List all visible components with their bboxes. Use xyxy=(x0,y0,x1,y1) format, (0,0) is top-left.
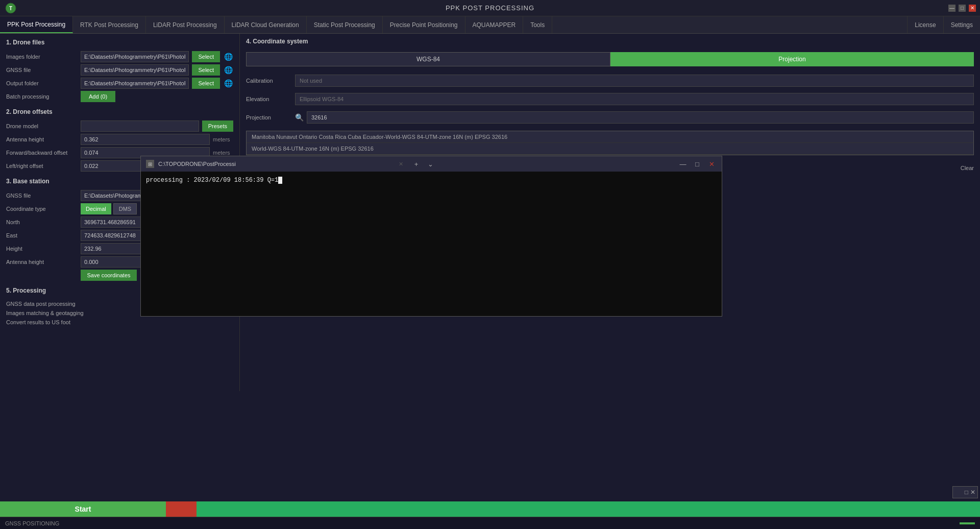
tab-lidar[interactable]: LiDAR Post Processing xyxy=(146,16,225,33)
projection-dropdown: Manitoba Nunavut Ontario Costa Rica Cuba… xyxy=(246,131,974,155)
status-right-label xyxy=(960,522,975,524)
calibration-label: Calibration xyxy=(246,78,292,84)
terminal-tab-title: C:\TOPODRONE\PostProcessi xyxy=(158,161,393,167)
drone-model-input[interactable] xyxy=(81,121,199,132)
wgs84-button[interactable]: WGS-84 xyxy=(246,52,610,66)
presets-button[interactable]: Presets xyxy=(202,121,233,132)
svg-text:T: T xyxy=(9,6,12,11)
search-icon[interactable]: 🔍 xyxy=(295,113,304,122)
projection-input[interactable] xyxy=(307,111,974,124)
images-folder-select-button[interactable]: Select xyxy=(192,51,220,62)
terminal-title-bar: ⊞ C:\TOPODRONE\PostProcessi ✕ + ⌄ — □ ✕ xyxy=(141,156,722,172)
minimize-button[interactable]: — xyxy=(948,5,955,12)
add-batch-button[interactable]: Add (0) xyxy=(81,91,115,102)
elevation-label: Elevation xyxy=(246,96,292,102)
save-coordinates-button[interactable]: Save coordinates xyxy=(81,270,137,281)
bottom-bar: Start xyxy=(0,501,980,517)
app-logo: T xyxy=(5,3,16,14)
terminal-maximize-button[interactable]: □ xyxy=(692,159,702,169)
decimal-button[interactable]: Decimal xyxy=(81,203,111,214)
section1-title: 1. Drone files xyxy=(6,39,233,47)
status-gnss-label: GNSS POSITIONING xyxy=(5,520,59,526)
forward-offset-label: Forward/backward offset xyxy=(6,150,78,156)
mini-popup-maximize[interactable]: □ xyxy=(965,489,968,496)
projection-field-label: Projection xyxy=(246,114,292,121)
gnss-file-select-button[interactable]: Select xyxy=(192,64,220,76)
base-antenna-height-label: Antenna height xyxy=(6,259,78,265)
east-label: East xyxy=(6,232,78,238)
batch-processing-label: Batch processing xyxy=(6,93,78,100)
output-folder-label: Output folder xyxy=(6,80,78,86)
title-bar: T PPK POST PROCESSING — □ ✕ xyxy=(0,0,980,16)
dropdown-item-1[interactable]: World-WGS 84-UTM-zone 16N (m) EPSG 32616 xyxy=(247,143,973,155)
mini-popup-close-button[interactable]: ✕ xyxy=(970,489,975,496)
dropdown-item-0[interactable]: Manitoba Nunavut Ontario Costa Rica Cuba… xyxy=(247,131,973,143)
tab-tools[interactable]: Tools xyxy=(523,16,552,33)
output-folder-select-button[interactable]: Select xyxy=(192,78,220,89)
app-title: PPK POST PROCESSING xyxy=(446,4,534,12)
dms-button[interactable]: DMS xyxy=(113,203,137,214)
terminal-icon: ⊞ xyxy=(146,160,154,168)
terminal-body: processing : 2023/02/09 18:56:39 Q=1 xyxy=(141,172,722,316)
tab-license[interactable]: License xyxy=(907,16,943,33)
tab-bar: PPK Post Processing RTK Post Processing … xyxy=(0,16,980,34)
elevation-input[interactable] xyxy=(295,93,974,105)
terminal-new-tab-button[interactable]: + xyxy=(411,159,422,169)
antenna-height-input[interactable] xyxy=(81,134,210,145)
leftright-offset-label: Left/right offset xyxy=(6,163,78,169)
gnss-file-input[interactable] xyxy=(81,64,189,76)
terminal-window: ⊞ C:\TOPODRONE\PostProcessi ✕ + ⌄ — □ ✕ … xyxy=(140,156,722,317)
tab-static[interactable]: Static Post Processing xyxy=(307,16,383,33)
images-folder-label: Images folder xyxy=(6,54,78,60)
forward-offset-unit: meters xyxy=(213,150,233,156)
output-folder-input[interactable] xyxy=(81,78,189,89)
section2-title: 2. Drone offsets xyxy=(6,108,233,116)
start-button[interactable]: Start xyxy=(0,501,166,517)
base-gnss-label: GNSS file xyxy=(6,193,78,199)
projection-button[interactable]: Projection xyxy=(610,52,974,66)
globe-icon-output[interactable]: 🌐 xyxy=(223,78,233,88)
tab-lidar-cloud[interactable]: LiDAR Cloud Generation xyxy=(225,16,307,33)
processing-item-convert: Convert results to US foot xyxy=(6,318,233,327)
antenna-height-unit: meters xyxy=(213,136,233,142)
progress-green-bar xyxy=(197,501,980,517)
gnss-file-label: GNSS file xyxy=(6,67,78,73)
coord-type-label: Coordinate type xyxy=(6,206,78,212)
tab-ppk[interactable]: PPK Post Processing xyxy=(0,16,73,33)
terminal-minimize-button[interactable]: — xyxy=(678,159,688,169)
images-folder-input[interactable] xyxy=(81,51,189,62)
antenna-height-label: Antenna height xyxy=(6,136,78,142)
progress-red xyxy=(166,501,197,517)
clear-logs-button[interactable]: Clear xyxy=(961,165,974,171)
mini-popup: □ ✕ xyxy=(952,486,978,498)
terminal-cursor xyxy=(278,177,282,184)
terminal-content: processing : 2023/02/09 18:56:39 Q=1 xyxy=(146,177,278,184)
close-button[interactable]: ✕ xyxy=(969,5,976,12)
section4-title: 4. Coordinate system xyxy=(246,38,974,45)
north-label: North xyxy=(6,219,78,225)
tab-settings[interactable]: Settings xyxy=(943,16,980,33)
terminal-chevron-button[interactable]: ⌄ xyxy=(426,159,436,169)
tab-ppp[interactable]: Precise Point Positioning xyxy=(383,16,465,33)
status-bar: GNSS POSITIONING xyxy=(0,517,980,529)
terminal-close-button[interactable]: ✕ xyxy=(706,159,717,169)
tab-rtk[interactable]: RTK Post Processing xyxy=(73,16,146,33)
globe-icon-gnss[interactable]: 🌐 xyxy=(223,65,233,75)
drone-model-label: Drone model xyxy=(6,123,78,129)
height-label: Height xyxy=(6,246,78,252)
tab-aqua[interactable]: AQUAMAPPER xyxy=(465,16,524,33)
globe-icon-images[interactable]: 🌐 xyxy=(223,52,233,62)
calibration-input[interactable] xyxy=(295,75,974,87)
maximize-button[interactable]: □ xyxy=(959,5,966,12)
